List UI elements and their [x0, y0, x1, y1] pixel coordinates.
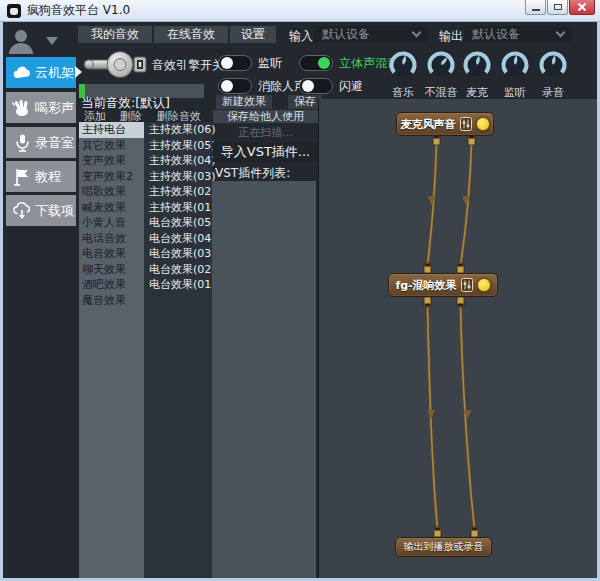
scanning-status: 正在扫描...	[213, 125, 318, 140]
engine-switch-icon[interactable]	[82, 45, 148, 83]
toggle-track[interactable]	[218, 55, 252, 71]
input-device-value: 默认设备	[322, 26, 370, 43]
microphone-icon	[12, 133, 32, 153]
tab-my-effects[interactable]: 我的音效	[78, 26, 152, 43]
effect-group-row[interactable]: 主持电台	[79, 122, 144, 138]
active-arrow-icon	[75, 66, 82, 78]
effect-group-row[interactable]: 变声效果2	[79, 169, 144, 185]
output-device-select[interactable]: 默认设备	[464, 26, 572, 43]
effect-group-row[interactable]: 喊麦效果	[79, 200, 144, 216]
knob-mic[interactable]	[462, 50, 492, 80]
sidebar-item-label: 录音室	[35, 134, 74, 152]
user-avatar[interactable]	[6, 26, 74, 56]
effect-preset-row[interactable]: 主持效果(04)	[144, 153, 212, 169]
minimize-icon	[532, 9, 540, 11]
engine-switch-label: 音效引擎开关	[152, 57, 224, 74]
node-label: 输出到播放或录音	[404, 540, 484, 554]
app-logo-icon	[7, 4, 21, 18]
node-reverb-effect[interactable]: fg-混响效果	[388, 273, 498, 297]
close-icon	[577, 2, 587, 12]
vst-plugin-list[interactable]	[212, 181, 316, 578]
tab-settings[interactable]: 设置	[230, 26, 276, 43]
effect-group-row[interactable]: 电音效果	[79, 246, 144, 262]
chevron-down-icon	[46, 37, 58, 45]
input-label: 输入:	[289, 28, 317, 45]
node-wires	[318, 99, 597, 578]
sidebar-item-label: 教程	[35, 168, 61, 186]
toggle-ducking[interactable]: 闪避	[299, 78, 363, 94]
effect-group-row[interactable]: 小黄人音	[79, 215, 144, 231]
node-settings-icon[interactable]	[460, 117, 472, 131]
sidebar-item-cloud-rack[interactable]: 云机架	[6, 57, 76, 88]
save-button[interactable]: 保存	[288, 95, 322, 109]
toggle-label: 监听	[258, 55, 282, 72]
vst-list-label: VST插件列表:	[215, 165, 290, 182]
chevron-down-icon	[556, 28, 566, 38]
node-enable-lamp[interactable]	[477, 278, 491, 292]
knob-label-record: 录音	[528, 85, 578, 100]
sidebar-item-cheers[interactable]: 喝彩声	[6, 92, 76, 123]
new-effect-button[interactable]: 新建效果	[216, 95, 272, 109]
input-device-select[interactable]: 默认设备	[314, 26, 428, 43]
effect-preset-row[interactable]: 电台效果(05)	[144, 215, 212, 231]
save-for-others-button[interactable]: 保存给他人使用	[213, 110, 318, 123]
effect-preset-row[interactable]: 主持效果(05)	[144, 138, 212, 154]
lecture-flag-icon	[12, 167, 32, 187]
effect-group-row[interactable]: 酒吧效果	[79, 277, 144, 293]
close-button[interactable]	[569, 0, 595, 15]
output-label: 输出:	[439, 28, 467, 45]
sidebar-item-label: 喝彩声	[35, 99, 74, 117]
effect-group-row[interactable]: 魔音效果	[79, 293, 144, 309]
node-label: fg-混响效果	[395, 278, 456, 293]
effect-preset-row[interactable]: 主持效果(06)	[144, 122, 212, 138]
node-output[interactable]: 输出到播放或录音	[395, 537, 492, 557]
chevron-down-icon	[412, 28, 422, 38]
toggle-track[interactable]	[299, 78, 333, 94]
effect-group-row[interactable]: 聊天效果	[79, 262, 144, 278]
window-title: 疯狗音效平台 V1.0	[27, 2, 130, 19]
import-vst-button[interactable]: 导入VST插件...	[213, 142, 318, 162]
toggle-knob	[221, 80, 233, 92]
maximize-button[interactable]	[547, 0, 568, 15]
effect-preset-row[interactable]: 主持效果(03)	[144, 169, 212, 185]
toggle-knob	[302, 80, 314, 92]
node-microphone[interactable]: 麦克风声音	[396, 112, 494, 136]
minimize-button[interactable]	[525, 0, 546, 15]
maximize-icon	[554, 4, 562, 10]
toggle-track[interactable]	[299, 55, 333, 71]
effect-preset-row[interactable]: 主持效果(01)	[144, 200, 212, 216]
effect-group-row[interactable]: 电话音效	[79, 231, 144, 247]
sidebar-item-downloads[interactable]: 下载项	[6, 195, 76, 226]
sidebar-item-label: 云机架	[35, 64, 74, 82]
toggle-knob	[221, 57, 233, 69]
tab-online-effects[interactable]: 在线音效	[154, 26, 228, 43]
knob-monitor[interactable]	[500, 50, 530, 80]
effect-preset-row[interactable]: 主持效果(02)	[144, 184, 212, 200]
node-enable-lamp[interactable]	[476, 117, 490, 131]
effect-preset-row[interactable]: 电台效果(01)	[144, 277, 212, 293]
toggle-remove-vocals[interactable]: 消除人声	[218, 78, 306, 94]
effect-preset-row[interactable]: 电台效果(03)	[144, 246, 212, 262]
effect-group-row[interactable]: 唱歌效果	[79, 184, 144, 200]
knob-record[interactable]	[538, 50, 568, 80]
app-window: 疯狗音效平台 V1.0 云机架	[0, 0, 600, 581]
cloud-icon	[12, 63, 32, 83]
effect-preset-row[interactable]: 电台效果(04)	[144, 231, 212, 247]
knob-music[interactable]	[388, 50, 418, 80]
toggle-stereo-mix[interactable]: 立体声混音	[299, 55, 399, 71]
effect-preset-row[interactable]: 电台效果(02)	[144, 262, 212, 278]
toggle-label: 闪避	[339, 78, 363, 95]
effect-group-row[interactable]: 变声效果	[79, 153, 144, 169]
knob-no-mix[interactable]	[426, 50, 456, 80]
node-label: 麦克风声音	[401, 117, 456, 132]
sidebar-item-label: 下载项	[35, 202, 74, 220]
cloud-download-icon	[12, 201, 32, 221]
node-settings-icon[interactable]	[461, 278, 473, 292]
toggle-track[interactable]	[218, 78, 252, 94]
effect-group-row[interactable]: 其它效果	[79, 138, 144, 154]
sidebar-item-tutorials[interactable]: 教程	[6, 161, 76, 192]
sidebar-item-recording-studio[interactable]: 录音室	[6, 127, 76, 158]
toggle-monitor[interactable]: 监听	[218, 55, 282, 71]
output-device-value: 默认设备	[472, 26, 520, 43]
titlebar[interactable]: 疯狗音效平台 V1.0	[0, 0, 600, 22]
